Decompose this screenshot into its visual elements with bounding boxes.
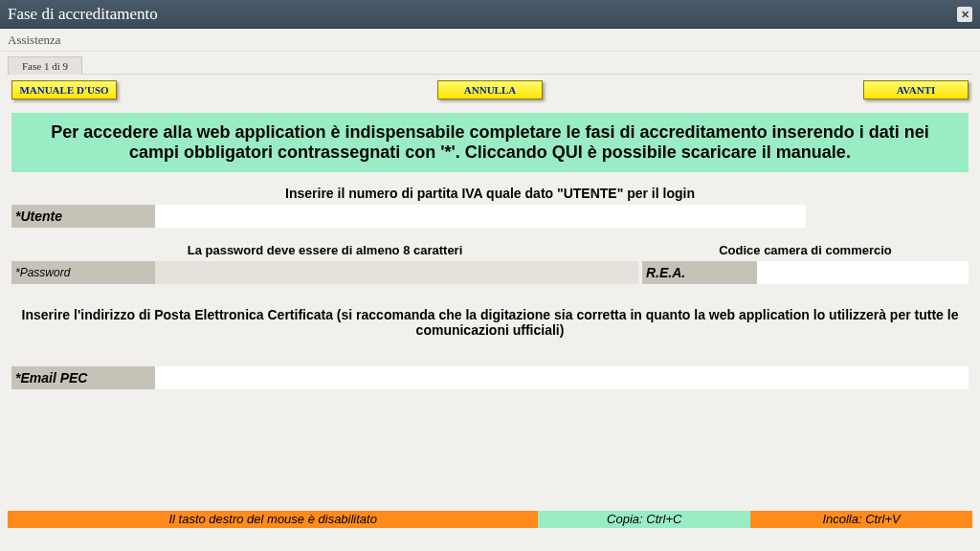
cancel-button[interactable]: ANNULLA <box>437 80 543 99</box>
utente-instructions: Inserire il numero di partita IVA quale … <box>8 186 972 201</box>
next-button[interactable]: AVANTI <box>863 80 969 99</box>
email-pec-input[interactable] <box>155 366 969 389</box>
password-instructions: La password deve essere di almeno 8 cara… <box>11 243 638 257</box>
window-title: Fase di accreditamento <box>8 0 158 29</box>
rea-instructions: Codice camera di commercio <box>642 243 969 257</box>
utente-input[interactable] <box>155 205 806 228</box>
footer-rclick: Il tasto destro del mouse è disabilitato <box>8 511 538 528</box>
manual-button[interactable]: MANUALE D'USO <box>11 80 117 99</box>
window-titlebar: Fase di accreditamento ✕ <box>0 0 980 29</box>
menu-assistenza[interactable]: Assistenza <box>8 33 61 47</box>
menubar: Assistenza <box>0 29 980 52</box>
footer-bar: Il tasto destro del mouse è disabilitato… <box>8 511 972 528</box>
step-tab[interactable]: Fase 1 di 9 <box>8 56 82 75</box>
footer-paste: Incolla: Ctrl+V <box>750 511 972 528</box>
utente-label: *Utente <box>11 205 155 228</box>
password-input[interactable] <box>155 261 638 284</box>
rea-label: R.E.A. <box>642 261 757 284</box>
close-icon[interactable]: ✕ <box>957 7 972 22</box>
password-label: *Password <box>11 261 155 284</box>
intro-box: Per accedere alla web application è indi… <box>11 113 969 172</box>
email-pec-label: *Email PEC <box>11 366 155 389</box>
footer-copy: Copia: Ctrl+C <box>538 511 750 528</box>
pec-instructions: Inserire l'indirizzo di Posta Elettronic… <box>11 307 969 338</box>
rea-input[interactable] <box>757 261 969 284</box>
